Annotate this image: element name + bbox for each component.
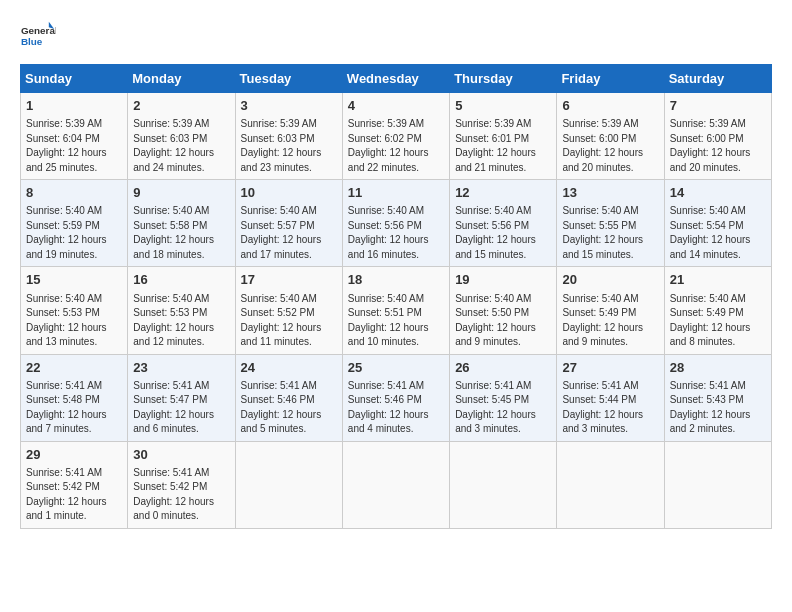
calendar-table: SundayMondayTuesdayWednesdayThursdayFrid… xyxy=(20,64,772,529)
calendar-cell: 19Sunrise: 5:40 AM Sunset: 5:50 PM Dayli… xyxy=(450,267,557,354)
day-number: 25 xyxy=(348,359,444,377)
day-info: Sunrise: 5:40 AM Sunset: 5:51 PM Dayligh… xyxy=(348,292,444,350)
logo-icon: General Blue xyxy=(20,20,56,56)
calendar-cell xyxy=(342,441,449,528)
calendar-cell xyxy=(664,441,771,528)
day-info: Sunrise: 5:40 AM Sunset: 5:49 PM Dayligh… xyxy=(562,292,658,350)
calendar-week-row: 29Sunrise: 5:41 AM Sunset: 5:42 PM Dayli… xyxy=(21,441,772,528)
day-info: Sunrise: 5:40 AM Sunset: 5:54 PM Dayligh… xyxy=(670,204,766,262)
day-number: 14 xyxy=(670,184,766,202)
day-info: Sunrise: 5:40 AM Sunset: 5:53 PM Dayligh… xyxy=(26,292,122,350)
day-number: 30 xyxy=(133,446,229,464)
calendar-cell: 16Sunrise: 5:40 AM Sunset: 5:53 PM Dayli… xyxy=(128,267,235,354)
page-header: General Blue xyxy=(20,20,772,56)
calendar-cell: 2Sunrise: 5:39 AM Sunset: 6:03 PM Daylig… xyxy=(128,93,235,180)
svg-text:Blue: Blue xyxy=(21,36,43,47)
day-number: 22 xyxy=(26,359,122,377)
calendar-cell: 22Sunrise: 5:41 AM Sunset: 5:48 PM Dayli… xyxy=(21,354,128,441)
calendar-cell: 3Sunrise: 5:39 AM Sunset: 6:03 PM Daylig… xyxy=(235,93,342,180)
calendar-cell: 18Sunrise: 5:40 AM Sunset: 5:51 PM Dayli… xyxy=(342,267,449,354)
day-info: Sunrise: 5:41 AM Sunset: 5:46 PM Dayligh… xyxy=(348,379,444,437)
calendar-cell: 28Sunrise: 5:41 AM Sunset: 5:43 PM Dayli… xyxy=(664,354,771,441)
day-info: Sunrise: 5:39 AM Sunset: 6:01 PM Dayligh… xyxy=(455,117,551,175)
calendar-cell: 6Sunrise: 5:39 AM Sunset: 6:00 PM Daylig… xyxy=(557,93,664,180)
day-info: Sunrise: 5:41 AM Sunset: 5:43 PM Dayligh… xyxy=(670,379,766,437)
calendar-cell: 23Sunrise: 5:41 AM Sunset: 5:47 PM Dayli… xyxy=(128,354,235,441)
calendar-cell: 25Sunrise: 5:41 AM Sunset: 5:46 PM Dayli… xyxy=(342,354,449,441)
day-info: Sunrise: 5:41 AM Sunset: 5:47 PM Dayligh… xyxy=(133,379,229,437)
day-info: Sunrise: 5:39 AM Sunset: 6:04 PM Dayligh… xyxy=(26,117,122,175)
day-info: Sunrise: 5:40 AM Sunset: 5:56 PM Dayligh… xyxy=(455,204,551,262)
logo: General Blue xyxy=(20,20,56,56)
day-info: Sunrise: 5:40 AM Sunset: 5:55 PM Dayligh… xyxy=(562,204,658,262)
calendar-cell: 4Sunrise: 5:39 AM Sunset: 6:02 PM Daylig… xyxy=(342,93,449,180)
day-number: 12 xyxy=(455,184,551,202)
calendar-cell: 17Sunrise: 5:40 AM Sunset: 5:52 PM Dayli… xyxy=(235,267,342,354)
day-info: Sunrise: 5:41 AM Sunset: 5:46 PM Dayligh… xyxy=(241,379,337,437)
day-number: 9 xyxy=(133,184,229,202)
day-info: Sunrise: 5:40 AM Sunset: 5:56 PM Dayligh… xyxy=(348,204,444,262)
day-number: 6 xyxy=(562,97,658,115)
weekday-header-friday: Friday xyxy=(557,65,664,93)
day-info: Sunrise: 5:39 AM Sunset: 6:03 PM Dayligh… xyxy=(133,117,229,175)
day-number: 19 xyxy=(455,271,551,289)
calendar-cell: 24Sunrise: 5:41 AM Sunset: 5:46 PM Dayli… xyxy=(235,354,342,441)
day-number: 29 xyxy=(26,446,122,464)
calendar-cell xyxy=(557,441,664,528)
calendar-cell: 1Sunrise: 5:39 AM Sunset: 6:04 PM Daylig… xyxy=(21,93,128,180)
day-number: 23 xyxy=(133,359,229,377)
day-info: Sunrise: 5:40 AM Sunset: 5:49 PM Dayligh… xyxy=(670,292,766,350)
day-info: Sunrise: 5:41 AM Sunset: 5:44 PM Dayligh… xyxy=(562,379,658,437)
day-info: Sunrise: 5:39 AM Sunset: 6:03 PM Dayligh… xyxy=(241,117,337,175)
calendar-cell: 27Sunrise: 5:41 AM Sunset: 5:44 PM Dayli… xyxy=(557,354,664,441)
weekday-header-thursday: Thursday xyxy=(450,65,557,93)
day-info: Sunrise: 5:41 AM Sunset: 5:45 PM Dayligh… xyxy=(455,379,551,437)
day-info: Sunrise: 5:41 AM Sunset: 5:42 PM Dayligh… xyxy=(133,466,229,524)
day-number: 24 xyxy=(241,359,337,377)
calendar-cell: 5Sunrise: 5:39 AM Sunset: 6:01 PM Daylig… xyxy=(450,93,557,180)
calendar-cell: 14Sunrise: 5:40 AM Sunset: 5:54 PM Dayli… xyxy=(664,180,771,267)
calendar-cell: 20Sunrise: 5:40 AM Sunset: 5:49 PM Dayli… xyxy=(557,267,664,354)
day-number: 3 xyxy=(241,97,337,115)
day-info: Sunrise: 5:40 AM Sunset: 5:57 PM Dayligh… xyxy=(241,204,337,262)
day-number: 7 xyxy=(670,97,766,115)
day-number: 13 xyxy=(562,184,658,202)
calendar-cell: 10Sunrise: 5:40 AM Sunset: 5:57 PM Dayli… xyxy=(235,180,342,267)
day-number: 11 xyxy=(348,184,444,202)
weekday-header-tuesday: Tuesday xyxy=(235,65,342,93)
calendar-cell: 11Sunrise: 5:40 AM Sunset: 5:56 PM Dayli… xyxy=(342,180,449,267)
day-info: Sunrise: 5:41 AM Sunset: 5:48 PM Dayligh… xyxy=(26,379,122,437)
day-number: 8 xyxy=(26,184,122,202)
calendar-cell: 26Sunrise: 5:41 AM Sunset: 5:45 PM Dayli… xyxy=(450,354,557,441)
calendar-cell: 30Sunrise: 5:41 AM Sunset: 5:42 PM Dayli… xyxy=(128,441,235,528)
calendar-cell: 9Sunrise: 5:40 AM Sunset: 5:58 PM Daylig… xyxy=(128,180,235,267)
calendar-cell: 15Sunrise: 5:40 AM Sunset: 5:53 PM Dayli… xyxy=(21,267,128,354)
day-info: Sunrise: 5:39 AM Sunset: 6:00 PM Dayligh… xyxy=(562,117,658,175)
calendar-cell xyxy=(235,441,342,528)
day-number: 15 xyxy=(26,271,122,289)
weekday-header-row: SundayMondayTuesdayWednesdayThursdayFrid… xyxy=(21,65,772,93)
day-number: 4 xyxy=(348,97,444,115)
day-number: 28 xyxy=(670,359,766,377)
calendar-week-row: 22Sunrise: 5:41 AM Sunset: 5:48 PM Dayli… xyxy=(21,354,772,441)
day-number: 10 xyxy=(241,184,337,202)
day-number: 26 xyxy=(455,359,551,377)
day-info: Sunrise: 5:40 AM Sunset: 5:59 PM Dayligh… xyxy=(26,204,122,262)
weekday-header-sunday: Sunday xyxy=(21,65,128,93)
day-number: 17 xyxy=(241,271,337,289)
calendar-cell: 8Sunrise: 5:40 AM Sunset: 5:59 PM Daylig… xyxy=(21,180,128,267)
day-info: Sunrise: 5:41 AM Sunset: 5:42 PM Dayligh… xyxy=(26,466,122,524)
calendar-cell: 13Sunrise: 5:40 AM Sunset: 5:55 PM Dayli… xyxy=(557,180,664,267)
calendar-cell: 21Sunrise: 5:40 AM Sunset: 5:49 PM Dayli… xyxy=(664,267,771,354)
calendar-cell xyxy=(450,441,557,528)
day-number: 21 xyxy=(670,271,766,289)
day-number: 20 xyxy=(562,271,658,289)
calendar-week-row: 1Sunrise: 5:39 AM Sunset: 6:04 PM Daylig… xyxy=(21,93,772,180)
calendar-cell: 29Sunrise: 5:41 AM Sunset: 5:42 PM Dayli… xyxy=(21,441,128,528)
day-number: 27 xyxy=(562,359,658,377)
weekday-header-monday: Monday xyxy=(128,65,235,93)
day-number: 1 xyxy=(26,97,122,115)
calendar-week-row: 15Sunrise: 5:40 AM Sunset: 5:53 PM Dayli… xyxy=(21,267,772,354)
calendar-week-row: 8Sunrise: 5:40 AM Sunset: 5:59 PM Daylig… xyxy=(21,180,772,267)
day-number: 2 xyxy=(133,97,229,115)
